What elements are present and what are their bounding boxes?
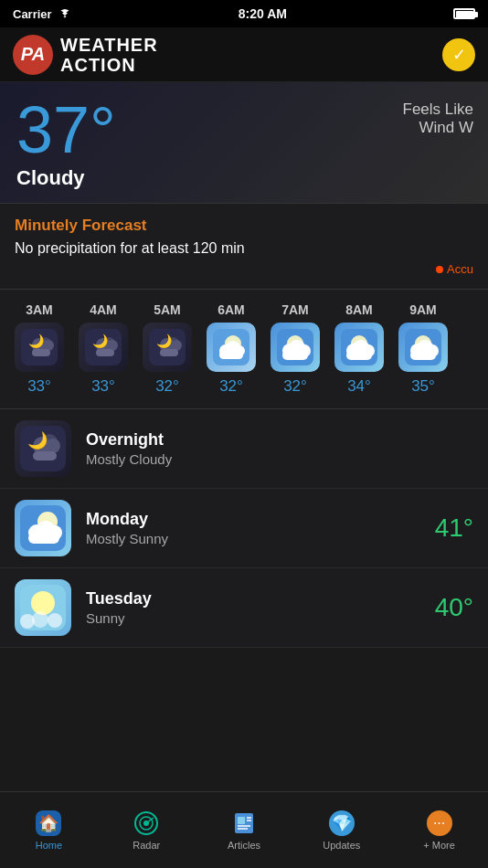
app-header: PA WEATHER ACTION ✓ <box>0 27 488 82</box>
svg-rect-10 <box>96 349 114 356</box>
minutely-title: Minutely Forecast <box>15 217 473 235</box>
svg-text:🌙: 🌙 <box>156 333 173 349</box>
daily-temp: 41° <box>435 513 473 543</box>
verified-check: ✓ <box>452 45 466 65</box>
more-icon: ··· <box>427 810 452 836</box>
hour-icon <box>271 323 320 372</box>
daily-desc: Mostly Sunny <box>86 531 420 546</box>
hour-label: 9AM <box>409 302 437 317</box>
hour-temp: 33° <box>91 377 115 396</box>
svg-point-57 <box>32 611 48 628</box>
hourly-item: 7AM 32° <box>263 302 327 396</box>
svg-point-58 <box>48 613 62 628</box>
tab-home-label: Home <box>36 840 62 851</box>
daily-day: Monday <box>86 510 420 529</box>
articles-svg <box>231 810 257 836</box>
svg-point-45 <box>46 439 60 453</box>
logo-badge: PA <box>13 35 53 75</box>
hourly-item: 3AM 🌙 33° <box>7 302 71 396</box>
status-time: 8:20 AM <box>239 6 287 21</box>
hour-icon <box>398 323 448 372</box>
hourly-item: 5AM 🌙 32° <box>135 302 199 396</box>
hour-icon: 🌙 <box>15 323 64 372</box>
hour-label: 5AM <box>154 302 181 317</box>
articles-icon <box>231 810 257 836</box>
daily-info: Overnight Mostly Cloudy <box>86 430 459 467</box>
hourly-scroll: 3AM 🌙 33°4AM 🌙 33°5AM 🌙 <box>0 302 488 396</box>
svg-text:🌙: 🌙 <box>92 333 109 349</box>
svg-rect-46 <box>33 451 57 460</box>
tab-radar[interactable]: Radar <box>98 792 196 868</box>
tab-home[interactable]: 🏠 Home <box>0 792 98 868</box>
svg-rect-41 <box>410 351 436 360</box>
verified-badge: ✓ <box>442 38 475 71</box>
battery-fill <box>456 11 473 18</box>
hourly-item: 8AM 34° <box>327 302 391 396</box>
hour-label: 6AM <box>217 302 245 317</box>
wind-text: Wind <box>419 119 454 136</box>
svg-rect-35 <box>346 351 372 360</box>
hour-icon: 🌙 <box>79 323 128 372</box>
app-name-line2: ACTION <box>60 55 158 75</box>
svg-text:🌙: 🌙 <box>28 333 45 349</box>
daily-icon <box>15 579 71 636</box>
svg-point-55 <box>31 591 55 615</box>
tab-updates-label: Updates <box>323 840 360 851</box>
hourly-item: 6AM 32° <box>199 302 263 396</box>
current-weather-panel: 37° Cloudy Feels Like Wind W <box>0 82 488 203</box>
daily-temp: 40° <box>435 593 473 622</box>
feels-wind-area: Feels Like Wind W <box>403 101 473 137</box>
daily-info: Monday Mostly Sunny <box>86 510 420 546</box>
tab-updates[interactable]: 💎 Updates <box>292 792 390 868</box>
daily-icon: 🌙 <box>15 420 71 477</box>
hour-temp: 32° <box>283 377 307 396</box>
current-condition: Cloudy <box>16 166 472 190</box>
svg-rect-64 <box>238 817 245 824</box>
svg-text:🌙: 🌙 <box>27 430 48 450</box>
daily-section: 🌙 Overnight Mostly Cloudy Monday Mostly … <box>0 409 488 648</box>
hourly-item: 4AM 🌙 33° <box>71 302 135 396</box>
tab-articles-label: Articles <box>228 840 260 851</box>
tab-radar-label: Radar <box>133 840 160 851</box>
daily-item: 🌙 Overnight Mostly Cloudy <box>0 409 488 489</box>
daily-desc: Mostly Cloudy <box>86 451 459 467</box>
tab-articles[interactable]: Articles <box>196 792 293 868</box>
status-bar: Carrier 8:20 AM <box>0 0 488 27</box>
logo-area: PA WEATHER ACTION <box>13 35 158 75</box>
wifi-icon <box>58 8 72 19</box>
daily-day: Tuesday <box>86 589 420 609</box>
daily-icon <box>15 500 71 556</box>
svg-rect-4 <box>32 349 50 356</box>
radar-icon <box>133 810 159 836</box>
svg-rect-53 <box>28 533 59 544</box>
hourly-section: 3AM 🌙 33°4AM 🌙 33°5AM 🌙 <box>0 290 488 409</box>
tab-more[interactable]: ··· + More <box>390 792 488 868</box>
hour-label: 8AM <box>345 302 373 317</box>
hour-temp: 34° <box>347 377 371 396</box>
wind-label: Wind W <box>403 119 473 137</box>
hour-label: 3AM <box>26 302 53 317</box>
app-name: WEATHER ACTION <box>60 35 158 75</box>
daily-day: Overnight <box>86 430 459 450</box>
hour-icon <box>334 323 384 372</box>
svg-rect-23 <box>219 351 243 359</box>
daily-desc: Sunny <box>86 610 420 626</box>
hourly-item: 9AM 35° <box>391 302 455 396</box>
hour-icon <box>207 323 256 372</box>
status-battery-area <box>453 8 475 19</box>
tab-more-label: + More <box>423 840 455 851</box>
svg-rect-29 <box>282 351 308 360</box>
tab-bar: 🏠 Home Radar Articles 💎 <box>0 791 488 868</box>
accuweather-dot <box>436 266 443 273</box>
app-name-line1: WEATHER <box>60 35 158 55</box>
minutely-text: No precipitation for at least 120 min <box>15 240 473 257</box>
daily-info: Tuesday Sunny <box>86 589 420 626</box>
hour-label: 7AM <box>281 302 309 317</box>
home-icon: 🏠 <box>36 810 61 836</box>
hour-temp: 35° <box>411 377 435 396</box>
status-carrier: Carrier <box>13 7 72 21</box>
radar-svg <box>133 810 159 836</box>
hour-temp: 33° <box>27 377 51 396</box>
minutely-source: Accu <box>15 262 473 276</box>
updates-icon: 💎 <box>329 810 355 836</box>
